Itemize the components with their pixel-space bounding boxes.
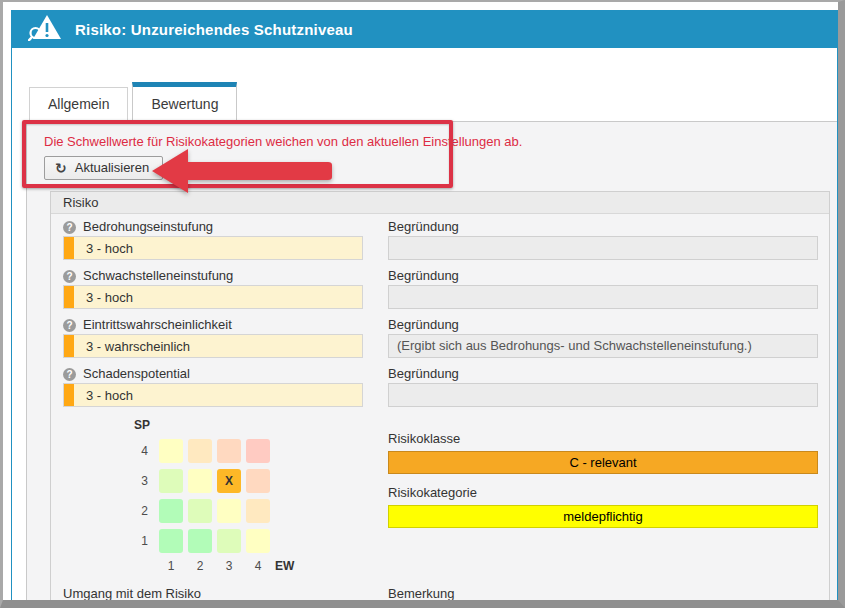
title-bar: Risiko: Unzureichendes Schutzniveau [12, 10, 837, 48]
field-label: Schadenspotential [83, 365, 190, 383]
matrix-x-axis-label: EW [275, 559, 305, 573]
matrix-cell-sp4-ew4[interactable] [246, 439, 270, 463]
rating-color-bar [64, 286, 74, 308]
field-label: Bedrohungseinstufung [83, 218, 213, 236]
refresh-icon: ↻ [55, 161, 67, 175]
field-label: Schwachstelleneinstufung [83, 267, 233, 285]
bedrohungseinstufung-input[interactable]: 3 - hoch [63, 236, 363, 260]
matrix-cell-sp1-ew1[interactable] [159, 529, 183, 553]
matrix-cell-sp2-ew4[interactable] [246, 499, 270, 523]
begruendung-bedrohung: Begründung [388, 218, 818, 260]
threshold-alert: Die Schwellwerte für Risikokategorien we… [27, 122, 837, 180]
field-schadenspotential: ? Schadenspotential 3 - hoch [63, 365, 363, 407]
matrix-row-label: 1 [118, 534, 154, 548]
begruendung-label: Begründung [388, 316, 818, 334]
matrix-cell-sp3-ew4[interactable] [246, 469, 270, 493]
matrix-row-label: 2 [118, 504, 154, 518]
begruendung-schwachstelle-input[interactable] [388, 285, 818, 309]
begruendung-schaden-input[interactable] [388, 383, 818, 407]
risiko-fieldset: Risiko ? Bedrohungseinstufung 3 - hoch [50, 191, 830, 600]
begruendung-label: Begründung [388, 365, 818, 383]
bemerkung-label: Bemerkung [388, 585, 818, 600]
rating-color-bar [64, 384, 74, 406]
tab-bewertung[interactable]: Bewertung [132, 82, 237, 122]
matrix-row-label: 4 [118, 444, 154, 458]
risk-detail-page: Risiko: Unzureichendes Schutzniveau Allg… [11, 10, 838, 600]
matrix-cell-sp1-ew2[interactable] [188, 529, 212, 553]
risk-result-block: Risikoklasse C - relevant Risikokategori… [388, 430, 818, 566]
field-schwachstelleneinstufung: ? Schwachstelleneinstufung 3 - hoch [63, 267, 363, 309]
begruendung-bedrohung-input[interactable] [388, 236, 818, 260]
alert-message: Die Schwellwerte für Risikokategorien we… [44, 134, 837, 149]
matrix-y-axis-label: SP [118, 418, 154, 435]
matrix-cell-sp2-ew3[interactable] [217, 499, 241, 523]
help-icon[interactable]: ? [63, 221, 76, 234]
matrix-cell-sp2-ew1[interactable] [159, 499, 183, 523]
risiko-section-title: Risiko [51, 192, 829, 214]
begruendung-label: Begründung [388, 218, 818, 236]
schadenspotential-input[interactable]: 3 - hoch [63, 383, 363, 407]
bewertung-panel: Die Schwellwerte für Risikokategorien we… [26, 121, 837, 600]
help-icon[interactable]: ? [63, 319, 76, 332]
matrix-cell-sp2-ew2[interactable] [188, 499, 212, 523]
risk-class-bar: C - relevant [388, 451, 818, 474]
tab-allgemein[interactable]: Allgemein [29, 87, 128, 121]
rating-color-bar [64, 237, 74, 259]
matrix-cell-sp3-ew2[interactable] [188, 469, 212, 493]
rating-color-bar [64, 335, 74, 357]
matrix-cell-sp4-ew2[interactable] [188, 439, 212, 463]
matrix-cell-sp1-ew3[interactable] [217, 529, 241, 553]
field-eintrittswahrscheinlichkeit: ? Eintrittswahrscheinlichkeit 3 - wahrsc… [63, 316, 363, 358]
begruendung-eintritt-input[interactable]: (Ergibt sich aus Bedrohungs- und Schwach… [388, 334, 818, 358]
matrix-cell-sp3-ew3[interactable]: X [217, 469, 241, 493]
matrix-col-label: 4 [246, 559, 270, 573]
risikokategorie-label: Risikokategorie [388, 484, 818, 502]
risikoklasse-label: Risikoklasse [388, 430, 818, 448]
matrix-col-label: 2 [188, 559, 212, 573]
risk-warning-magnifier-icon [28, 13, 62, 45]
schwachstelleneinstufung-input[interactable]: 3 - hoch [63, 285, 363, 309]
help-icon[interactable]: ? [63, 368, 76, 381]
begruendung-schwachstelle: Begründung [388, 267, 818, 309]
risk-matrix: SP 43X211234EW [118, 418, 363, 573]
matrix-cell-sp1-ew4[interactable] [246, 529, 270, 553]
bemerkung-block: Bemerkung [388, 585, 818, 600]
matrix-col-label: 1 [159, 559, 183, 573]
page-title: Risiko: Unzureichendes Schutzniveau [75, 21, 353, 38]
field-bedrohungseinstufung: ? Bedrohungseinstufung 3 - hoch [63, 218, 363, 260]
aktualisieren-button-label: Aktualisieren [75, 160, 149, 175]
matrix-row-label: 3 [118, 474, 154, 488]
tab-bar: Allgemein Bewertung [29, 82, 837, 121]
field-label: Eintrittswahrscheinlichkeit [83, 316, 232, 334]
matrix-cell-sp3-ew1[interactable] [159, 469, 183, 493]
begruendung-schaden: Begründung [388, 365, 818, 407]
help-icon[interactable]: ? [63, 270, 76, 283]
umgang-block: Umgang mit dem Risiko behandeln [63, 585, 363, 600]
umgang-label: Umgang mit dem Risiko [63, 585, 363, 600]
matrix-cell-sp4-ew3[interactable] [217, 439, 241, 463]
matrix-col-label: 3 [217, 559, 241, 573]
aktualisieren-button[interactable]: ↻ Aktualisieren [44, 156, 163, 180]
eintrittswahrscheinlichkeit-input[interactable]: 3 - wahrscheinlich [63, 334, 363, 358]
matrix-cell-sp4-ew1[interactable] [159, 439, 183, 463]
begruendung-eintritt: Begründung (Ergibt sich aus Bedrohungs- … [388, 316, 818, 358]
begruendung-label: Begründung [388, 267, 818, 285]
risk-matrix-grid: 43X211234EW [118, 439, 363, 573]
risk-category-bar: meldepflichtig [388, 505, 818, 528]
app-window: Risiko: Unzureichendes Schutzniveau Allg… [0, 0, 845, 608]
